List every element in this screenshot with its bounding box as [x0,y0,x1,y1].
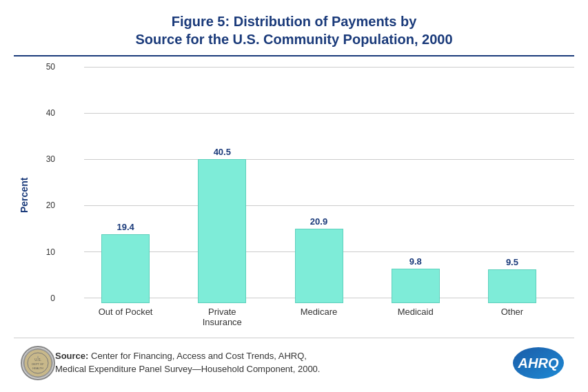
x-axis-label: Other [464,303,560,328]
y-tick-label: 10 [34,247,55,257]
chart-inner: 5040302010019.440.520.99.89.5 Out of Poc… [36,62,574,328]
x-axis-label: Medicaid [367,303,464,328]
bars-container: 19.440.520.99.89.5 [63,62,574,303]
title-divider [14,55,574,56]
footer: U.S. DEPT OF HEALTH Source: Center for F… [14,338,574,385]
y-tick-label: 40 [34,108,55,118]
x-axis-labels: Out of PocketPrivateInsuranceMedicareMed… [63,303,574,328]
x-axis-label: Medicare [270,303,367,328]
footer-source: Source: Center for Financing, Access and… [55,350,502,375]
bar-value-label: 40.5 [214,147,231,157]
bar-value-label: 20.9 [310,216,327,227]
bar-value-label: 9.5 [506,257,518,267]
ahrq-logo: AHRQ [512,346,567,380]
bar-group: 9.8 [367,256,464,303]
bar-group: 40.5 [174,147,270,303]
chart-plot: 5040302010019.440.520.99.89.5 [36,62,574,303]
source-text: Center for Financing, Access and Cost Tr… [55,351,320,373]
y-tick-label: 0 [34,293,55,303]
y-tick-label: 30 [34,154,55,164]
bar-value-label: 9.8 [409,256,422,267]
x-axis-label: PrivateInsurance [174,303,270,328]
seal-logo: U.S. DEPT OF HEALTH [21,346,55,380]
svg-text:HEALTH: HEALTH [32,367,43,370]
bar [392,269,440,303]
y-tick-label: 20 [34,200,55,210]
bar [488,269,536,303]
bar-group: 9.5 [464,257,560,303]
title-line2: Source for the U.S. Community Population… [135,32,452,47]
y-axis-label: Percent [14,62,34,328]
bar [101,234,150,303]
bar [295,229,343,303]
y-tick-label: 50 [34,62,55,72]
bar-group: 20.9 [270,216,367,303]
title-line1: Figure 5: Distribution of Payments by [172,14,417,29]
ahrq-logo-container: AHRQ [512,344,567,382]
bar [198,159,246,303]
chart-area: Percent 5040302010019.440.520.99.89.5 Ou… [14,62,574,335]
seal-inner: U.S. DEPT OF HEALTH [23,348,53,378]
bar-group: 19.4 [77,222,174,303]
page: Figure 5: Distribution of Payments by So… [0,0,588,392]
chart-title: Figure 5: Distribution of Payments by So… [14,12,574,48]
svg-text:DEPT OF: DEPT OF [32,362,44,366]
svg-text:AHRQ: AHRQ [518,355,559,371]
bar-value-label: 19.4 [116,222,134,232]
source-label: Source: [55,351,88,361]
title-area: Figure 5: Distribution of Payments by So… [14,7,574,52]
svg-text:U.S.: U.S. [34,358,41,362]
x-axis-label: Out of Pocket [77,303,174,328]
